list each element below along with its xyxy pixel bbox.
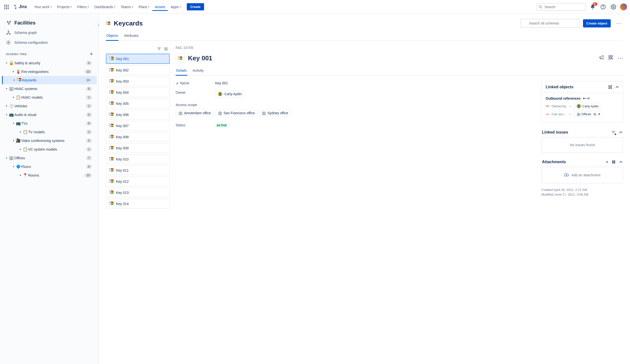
- create-object-button[interactable]: Create object: [583, 19, 611, 28]
- svg-rect-47: [614, 162, 615, 164]
- object-list-item[interactable]: Key 014: [106, 199, 170, 208]
- reference-target[interactable]: 👤Carly Aydin: [574, 103, 601, 109]
- nav-item-teams[interactable]: Teams▾: [118, 3, 136, 11]
- page-header: Keycards Create object ⋯: [106, 19, 623, 28]
- collapse-icon[interactable]: [619, 160, 622, 164]
- object-list-item[interactable]: Key 004: [106, 88, 170, 97]
- tree-item-count: 10: [84, 70, 92, 74]
- announce-icon[interactable]: [599, 55, 604, 61]
- attachments-dropzone[interactable]: Add an attachment: [542, 167, 623, 184]
- nav-item-apps[interactable]: Apps▾: [168, 3, 183, 11]
- add-icon[interactable]: +: [606, 160, 608, 164]
- svg-point-17: [8, 31, 9, 32]
- nav-item-assets[interactable]: Assets: [152, 3, 168, 11]
- access-scope-chip[interactable]: 🏢Amsterdam office: [176, 110, 214, 116]
- tree-item-video-conferencing-systems[interactable]: ▾🎥Video conferencing systems5: [2, 136, 97, 145]
- status-badge: ACTIVE: [215, 123, 228, 128]
- jira-logo[interactable]: Jira: [11, 4, 29, 10]
- chevron-down-icon[interactable]: ▾: [4, 87, 8, 90]
- settings-icon[interactable]: [610, 3, 617, 11]
- filter-icon[interactable]: [157, 47, 161, 51]
- nav-item-dashboards[interactable]: Dashboards▾: [92, 3, 118, 11]
- chevron-down-icon[interactable]: ▾: [4, 113, 8, 116]
- list-view-icon[interactable]: [164, 47, 168, 51]
- object-list-item[interactable]: Key 001: [106, 54, 170, 64]
- arrow-right-icon: →: [569, 112, 572, 116]
- tree-item-fire-extinguishers[interactable]: •🧯Fire extinguishers10: [2, 67, 97, 76]
- create-button[interactable]: Create: [187, 3, 204, 10]
- object-list-item[interactable]: Key 013: [106, 188, 170, 197]
- sidebar-link-schema-configuration[interactable]: Schema configuration: [2, 38, 97, 48]
- nav-item-projects[interactable]: Projects▾: [55, 3, 74, 11]
- sidebar-link-schema-graph[interactable]: Schema graph: [2, 28, 97, 38]
- user-avatar[interactable]: [620, 4, 627, 10]
- svg-point-19: [10, 34, 10, 34]
- field-value-access-scope[interactable]: 🏢Amsterdam office🏢San Francisco office🏢S…: [176, 110, 292, 118]
- tree-item-audio-visual[interactable]: ▾📺Audio & visual0: [2, 110, 97, 119]
- object-list-item[interactable]: Key 010: [106, 154, 170, 164]
- keycard-icon: [109, 90, 114, 94]
- filter-icon[interactable]: [611, 130, 616, 134]
- svg-point-20: [8, 42, 9, 43]
- svg-point-40: [588, 98, 590, 99]
- collapse-icon[interactable]: [619, 130, 622, 134]
- help-icon[interactable]: [599, 3, 607, 11]
- search-input[interactable]: [536, 3, 586, 11]
- object-list-item[interactable]: Key 011: [106, 166, 170, 175]
- chevron-down-icon[interactable]: ▾: [4, 156, 8, 159]
- field-value-owner[interactable]: 👤 Carly Aydin: [215, 90, 532, 98]
- tree-item-offices[interactable]: ▾🏢Offices7: [2, 154, 97, 162]
- access-scope-chip[interactable]: 🏢Sydney office: [259, 110, 291, 116]
- tree-item-rooms[interactable]: •📍Rooms10: [2, 171, 97, 180]
- linked-issues-empty[interactable]: No issues found: [542, 137, 623, 153]
- graph-icon[interactable]: [608, 85, 612, 89]
- tree-item-floors[interactable]: ▾🔷Floors6: [2, 162, 97, 171]
- object-list-item[interactable]: Key 006: [106, 110, 170, 120]
- nav-item-filters[interactable]: Filters▾: [75, 3, 91, 11]
- tree-item-tvs[interactable]: ▾📺TVs9: [2, 119, 97, 128]
- more-actions-icon[interactable]: ⋯: [618, 55, 623, 61]
- tree-item-keycards[interactable]: •Keycards24: [2, 76, 97, 84]
- nav-item-your-work[interactable]: Your work▾: [32, 3, 54, 11]
- object-list-item[interactable]: Key 007: [106, 121, 170, 130]
- object-list-item[interactable]: Key 012: [106, 176, 170, 186]
- chevron-down-icon[interactable]: ▾: [12, 165, 15, 168]
- object-list-item[interactable]: Key 008: [106, 132, 170, 142]
- detail-tab-details[interactable]: Details: [176, 67, 187, 76]
- tree-item-hvac-models[interactable]: •📋HVAC models1: [2, 93, 97, 102]
- collapse-icon[interactable]: [616, 85, 619, 89]
- tab-objects[interactable]: Objects: [106, 32, 118, 41]
- schema-search-input[interactable]: [520, 19, 580, 28]
- object-list-item[interactable]: Key 003: [106, 76, 170, 86]
- more-actions-icon[interactable]: ⋯: [614, 19, 623, 27]
- tab-attributes[interactable]: Attributes: [124, 32, 139, 40]
- app-switcher-icon[interactable]: [3, 4, 10, 10]
- object-list-item[interactable]: Key 002: [106, 65, 170, 75]
- object-list-item[interactable]: Key 005: [106, 99, 170, 108]
- tree-item-hvac-systems[interactable]: ▾🏢HVAC systems6: [2, 84, 97, 93]
- field-value-status[interactable]: ACTIVE: [215, 123, 532, 127]
- qr-code-icon[interactable]: [608, 55, 613, 61]
- chevron-down-icon[interactable]: ▾: [12, 139, 15, 142]
- object-list-item[interactable]: Key 009: [106, 143, 170, 153]
- tree-item-icon: 🧯: [15, 69, 21, 74]
- access-scope-chip[interactable]: 🏢San Francisco office: [215, 110, 258, 116]
- detail-tab-activity[interactable]: Activity: [192, 67, 204, 76]
- reference-target[interactable]: 🏢 Offices 3 ▾: [574, 111, 602, 117]
- add-schema-button[interactable]: +: [90, 52, 93, 57]
- office-icon: 🏢: [218, 111, 222, 115]
- notification-bell-icon[interactable]: 9+: [589, 3, 596, 11]
- tree-item-tv-models[interactable]: •📋TV models2: [2, 128, 97, 136]
- tree-item-vehicles[interactable]: •⏱️Vehicles2: [2, 102, 97, 110]
- field-value-name[interactable]: Key 001: [215, 81, 532, 85]
- grid-view-icon[interactable]: [612, 160, 616, 164]
- svg-rect-4: [6, 6, 7, 8]
- nav-item-plans[interactable]: Plans▾: [136, 3, 152, 11]
- chevron-down-icon[interactable]: ▾: [4, 62, 8, 64]
- tree-item-safety-security[interactable]: ▾🔒Safety & security0: [2, 58, 97, 67]
- chevron-down-icon[interactable]: ▾: [12, 122, 15, 125]
- created-timestamp: Created April 28, 2021, 2:27 AM: [542, 188, 623, 192]
- tree-item-vc-system-models[interactable]: •📋VC system models1: [2, 145, 97, 154]
- object-id: FAC-15709: [176, 46, 623, 50]
- upload-icon: [564, 172, 569, 178]
